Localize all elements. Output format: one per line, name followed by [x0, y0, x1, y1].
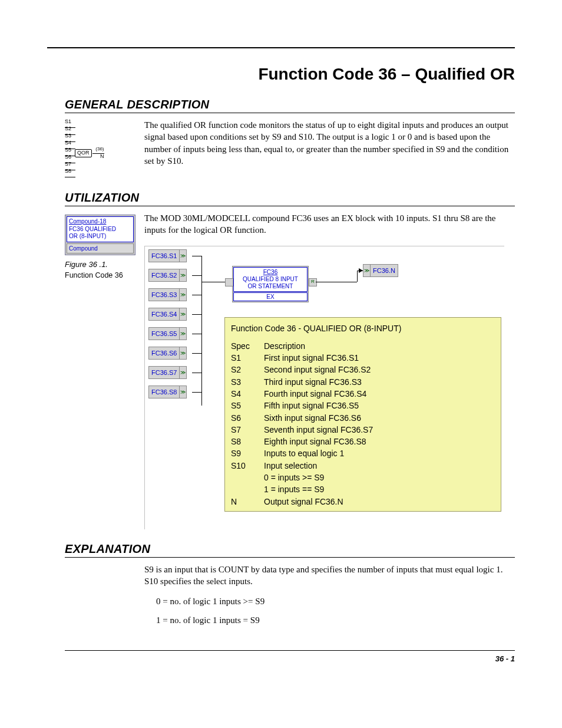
desc-cell: Second input signal FC36.S2 — [264, 364, 379, 375]
table-row: S2Second input signal FC36.S2 — [231, 364, 379, 375]
wire — [192, 314, 201, 315]
qor-gate-label: QOR — [75, 149, 92, 157]
page-footer: 36 - 1 — [65, 650, 515, 663]
spec-cell: S9 — [231, 447, 264, 459]
desc-cell: Eighth input signal FC36.S8 — [264, 436, 379, 447]
utilization-text: The MOD 30ML/MODCELL compound FC36 uses … — [144, 212, 515, 236]
diagram-center-block: FC36 QUALIFIED 8 INPUT OR STATEMENT EX — [232, 266, 309, 302]
table-row: S3Third input signal FC36.S3 — [231, 376, 379, 388]
section-rule — [65, 557, 515, 558]
desc-cell: Fourth input signal FC36.S4 — [264, 388, 379, 400]
center-name: FC36 — [263, 269, 277, 275]
diagram-input-block: FC36.S7≫ — [148, 366, 187, 379]
qor-input-row: S5QOR(36)N — [65, 150, 135, 157]
desc-cell: Third input signal FC36.S3 — [264, 376, 379, 388]
wire-bus — [201, 256, 202, 406]
section-heading-general: GENERAL DESCRIPTION — [65, 98, 515, 111]
port-icon: ≫ — [179, 347, 187, 360]
diagram-input-label: FC36.S3 — [148, 288, 179, 301]
center-line3: OR STATEMENT — [248, 283, 293, 289]
top-rule — [47, 47, 515, 48]
table-row: S6Sixth input signal FC36.S6 — [231, 412, 379, 424]
explanation-eq0: 0 = no. of logic 1 inputs >= S9 — [156, 595, 515, 607]
table-row: S4Fourth input signal FC36.S4 — [231, 388, 379, 400]
wire — [192, 334, 201, 334]
port-icon: ≫ — [179, 269, 187, 282]
qor-input-row: S1 — [65, 121, 135, 129]
spec-head-spec: Spec — [231, 340, 264, 352]
spec-cell: S8 — [231, 436, 264, 447]
compound-line2: FC36 QUALIFIED — [69, 226, 116, 232]
desc-cell: 0 = inputs >= S9 — [264, 472, 379, 483]
diagram-input-label: FC36.S6 — [148, 347, 179, 360]
figure-caption: Function Code 36 — [65, 271, 140, 279]
wire — [316, 282, 357, 282]
section-heading-utilization: UTILIZATION — [65, 191, 515, 205]
spec-table: Spec Description S1First input signal FC… — [231, 340, 379, 508]
diagram-input-label: FC36.S4 — [148, 308, 179, 321]
port-icon: ≫ — [179, 249, 187, 262]
table-row: 1 = inputs == S9 — [231, 483, 379, 495]
qor-output: (36)N — [92, 153, 104, 154]
spec-cell: S10 — [231, 460, 264, 472]
table-row: S1First input signal FC36.S1 — [231, 352, 379, 364]
diagram-input-block: FC36.S1≫ — [148, 249, 187, 262]
spec-cell: S4 — [231, 388, 264, 400]
port-icon: ≫ — [179, 366, 187, 379]
diagram-input-block: FC36.S3≫ — [148, 288, 187, 301]
wire — [192, 353, 201, 354]
spec-cell — [231, 483, 264, 495]
diagram-input-block: FC36.S5≫ — [148, 327, 187, 340]
qor-gate-icon: S1S2S3S4S5QOR(36)NS6S7S8 — [65, 121, 135, 178]
section-heading-explanation: EXPLANATION — [65, 542, 515, 556]
diagram-input-block: FC36.S8≫ — [148, 386, 187, 398]
desc-cell: 1 = inputs == S9 — [264, 483, 379, 495]
spec-cell: S1 — [231, 352, 264, 364]
diagram-input-block: FC36.S2≫ — [148, 269, 187, 282]
spec-head-desc: Description — [264, 340, 379, 352]
spec-cell: N — [231, 496, 264, 508]
explanation-eq1: 1 = no. of logic 1 inputs = S9 — [156, 614, 515, 626]
desc-cell: Sixth input signal FC36.S6 — [264, 412, 379, 424]
compound-line3: OR (8-INPUT) — [69, 233, 106, 239]
desc-cell: Output signal FC36.N — [264, 496, 379, 508]
desc-cell: Input selection — [264, 460, 379, 472]
table-row: S5Fifth input signal FC36.S5 — [231, 400, 379, 411]
desc-cell: Seventh input signal FC36.S7 — [264, 424, 379, 436]
table-row: NOutput signal FC36.N — [231, 496, 379, 508]
port-icon: ≫ — [179, 386, 187, 398]
section-rule — [65, 113, 515, 113]
compound-button: Compound — [67, 243, 134, 253]
diagram-input-label: FC36.S2 — [148, 269, 179, 282]
diagram-input-label: FC36.S5 — [148, 327, 179, 340]
desc-cell: Fifth input signal FC36.S5 — [264, 400, 379, 411]
spec-cell: S3 — [231, 376, 264, 388]
desc-cell: Inputs to equal logic 1 — [264, 447, 379, 459]
figure-label: Figure 36 .1. — [65, 260, 140, 269]
diagram-input-label: FC36.S8 — [148, 386, 179, 398]
diagram-output-block: ≫ FC36.N — [363, 264, 398, 277]
center-port-left-icon — [225, 278, 233, 286]
diagram-input-label: FC36.S1 — [148, 249, 179, 262]
wire — [201, 282, 227, 282]
port-icon: ≫ — [179, 308, 187, 321]
diagram-input-block: FC36.S6≫ — [148, 347, 187, 360]
wire — [192, 295, 201, 295]
table-row: S8Eighth input signal FC36.S8 — [231, 436, 379, 447]
desc-cell: First input signal FC36.S1 — [264, 352, 379, 364]
center-ex: EX — [233, 292, 308, 301]
port-icon: ≫ — [179, 327, 187, 340]
wire — [192, 373, 201, 373]
spec-cell: S5 — [231, 400, 264, 411]
arrowhead-icon — [359, 268, 363, 273]
function-diagram: FC36 QUALIFIED 8 INPUT OR STATEMENT EX R… — [144, 246, 504, 529]
qor-input-row: S2 — [65, 129, 135, 136]
spec-pane-title: Function Code 36 - QUALIFIED OR (8-INPUT… — [231, 322, 495, 334]
wire — [192, 392, 201, 393]
output-label: FC36.N — [371, 264, 398, 277]
qor-input-row: S7 — [65, 164, 135, 171]
spec-cell: S2 — [231, 364, 264, 375]
wire — [192, 256, 201, 256]
qor-input-row: S8 — [65, 171, 135, 178]
general-description-text: The qualified OR function code monitors … — [144, 119, 515, 178]
